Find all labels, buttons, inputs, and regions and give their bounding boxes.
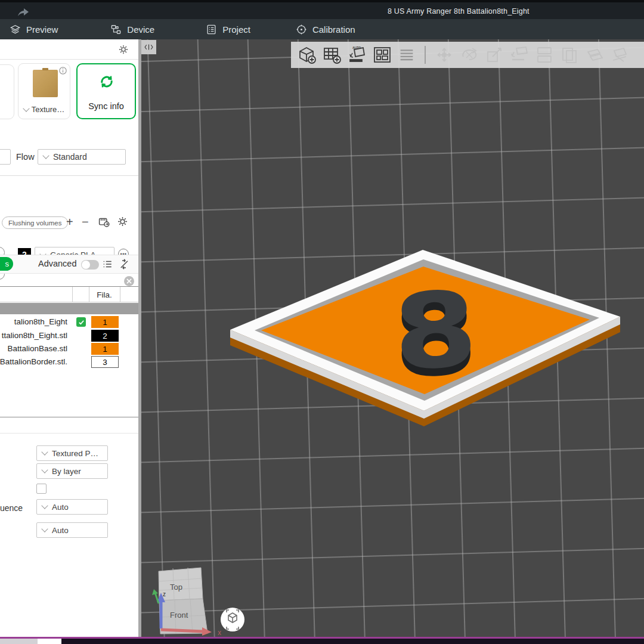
add-filament-button[interactable]: + <box>66 216 73 228</box>
x-axis-label: x <box>218 628 221 637</box>
selected-row-highlight[interactable] <box>0 303 138 314</box>
nav-cube-top-label: Top <box>170 583 182 592</box>
secondary-auto-value: Auto <box>52 526 69 535</box>
object-name: .BattalionBorder.stl <box>0 357 67 366</box>
object-list-table: Fila. talion8th_Eight 1 ttalion8th_Eight… <box>0 286 139 417</box>
print-sequence-label-partial: uence <box>0 503 23 513</box>
chevron-down-icon <box>23 105 29 112</box>
print-sequence-dropdown[interactable]: Auto <box>36 499 108 515</box>
tab-calibration-label: Calibration <box>312 24 355 35</box>
remove-filament-button[interactable]: − <box>82 216 89 228</box>
tab-preview[interactable]: Preview <box>10 19 58 39</box>
table-row[interactable]: ttalion8th_Eight.stl 2 <box>0 329 138 342</box>
tab-calibration[interactable]: Calibration <box>296 19 355 39</box>
tab-project[interactable]: Project <box>206 19 250 39</box>
chevron-down-icon <box>41 525 48 532</box>
divider <box>0 433 138 434</box>
plate-type-label: Texture… <box>32 105 65 114</box>
advanced-label: Advanced <box>38 259 77 268</box>
sync-icon <box>98 73 116 91</box>
table-row[interactable]: talion8th_Eight 1 <box>0 315 138 329</box>
sort-filter-icon[interactable] <box>119 259 129 270</box>
table-header: Fila. <box>0 287 138 302</box>
check-icon <box>78 319 85 326</box>
main-tab-bar: Preview Device Project Calibration <box>0 19 644 39</box>
view-orientation-button[interactable] <box>221 608 244 631</box>
bottom-status-bar <box>0 639 644 644</box>
ams-sync-icon[interactable] <box>98 216 110 228</box>
document-title: 8 US Army Ranger 8th Battalion8th_Eight <box>388 7 530 16</box>
plate-type-value: Textured P… <box>52 449 98 458</box>
chevron-down-icon <box>41 502 48 509</box>
object-name: ttalion8th_Eight.stl <box>0 331 67 340</box>
close-icon <box>126 278 132 284</box>
tab-preview-label: Preview <box>26 24 58 35</box>
object-name: BattalionBase.stl <box>0 344 67 353</box>
3d-viewport[interactable]: AUTO <box>141 39 644 637</box>
fila-column-header: Fila. <box>89 290 120 299</box>
chevron-down-icon <box>41 466 48 473</box>
objects-tab-pill-partial[interactable]: s <box>0 257 13 271</box>
plate-type-card[interactable]: Texture… <box>18 63 70 119</box>
flow-label: Flow <box>16 152 35 162</box>
model-number-top: 8 <box>391 268 481 393</box>
project-icon <box>206 24 217 35</box>
printer-settings-gear-icon[interactable] <box>118 44 129 55</box>
svg-text:8: 8 <box>391 268 481 393</box>
object-checkbox-checked[interactable] <box>76 317 86 327</box>
by-layer-value: By layer <box>52 467 81 476</box>
print-sequence-value: Auto <box>52 503 69 512</box>
tab-device[interactable]: Device <box>110 19 154 39</box>
filament-badge[interactable]: 1 <box>91 343 119 355</box>
textured-plate-thumbnail <box>33 70 58 97</box>
title-bar: 8 US Army Ranger 8th Battalion8th_Eight <box>0 0 644 19</box>
layers-icon <box>10 24 21 35</box>
filament-badge[interactable]: 2 <box>91 330 119 342</box>
advanced-toggle[interactable] <box>81 260 99 270</box>
nav-cube[interactable]: Top Front <box>159 568 208 634</box>
flow-dropdown[interactable]: Standard <box>38 149 126 165</box>
filament-badge[interactable]: 3 <box>91 356 119 368</box>
sync-info-label: Sync info <box>78 101 135 111</box>
table-row[interactable]: BattalionBase.stl 1 <box>0 342 138 355</box>
device-icon <box>110 24 122 35</box>
filament-badge[interactable]: 1 <box>91 316 119 328</box>
z-axis-label: z <box>163 591 166 597</box>
info-icon[interactable] <box>58 66 67 75</box>
flushing-settings-gear-icon[interactable] <box>117 216 128 227</box>
option-checkbox[interactable] <box>36 484 47 494</box>
chevron-down-icon <box>42 152 49 159</box>
plate-type-dropdown[interactable]: Textured P… <box>36 445 108 461</box>
table-row[interactable]: .BattalionBorder.stl 3 <box>0 355 138 369</box>
share-arrow-icon[interactable] <box>17 7 30 17</box>
flow-value: Standard <box>53 152 87 162</box>
printer-card-partial[interactable] <box>0 64 14 119</box>
flushing-volumes-label: Flushing volumes <box>8 219 61 227</box>
bottom-bar-segment <box>0 639 38 644</box>
secondary-auto-dropdown[interactable]: Auto <box>36 522 108 538</box>
close-panel-button[interactable] <box>124 276 134 286</box>
toggle-knob <box>82 261 90 269</box>
tab-project-label: Project <box>222 24 250 35</box>
nav-cube-front-label: Front <box>170 611 188 620</box>
tab-device-label: Device <box>127 24 154 35</box>
left-panel: Texture… Sync info Flow Standard Flushin… <box>0 39 138 637</box>
chevron-down-icon <box>41 448 48 455</box>
flow-input-partial[interactable] <box>0 149 11 165</box>
object-name: talion8th_Eight <box>0 317 67 326</box>
sync-info-button[interactable]: Sync info <box>76 63 136 119</box>
divider <box>0 175 138 176</box>
list-view-icon[interactable] <box>102 259 113 270</box>
by-layer-dropdown[interactable]: By layer <box>36 463 108 479</box>
calibration-icon <box>296 24 307 35</box>
scene-canvas[interactable]: 8 8 Top Front z x <box>141 39 644 637</box>
bottom-bar-segment <box>38 639 61 644</box>
flushing-volumes-button[interactable]: Flushing volumes <box>2 216 68 229</box>
